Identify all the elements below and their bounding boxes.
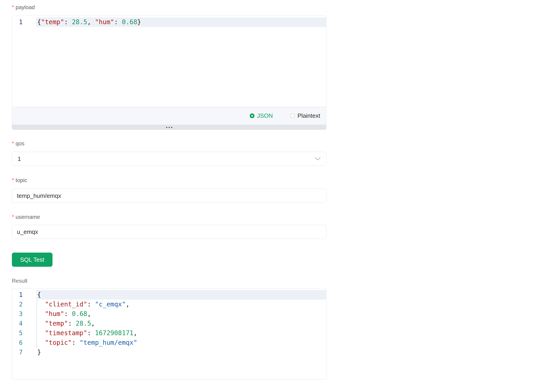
code-line: 4 "temp": 28.5, [12,319,326,328]
topic-input[interactable] [12,189,326,203]
code-line-text: "client_id": "c_emqx", [36,300,326,309]
payload-format-radio-group: JSONPlaintext [250,112,320,119]
required-marker: * [12,214,14,220]
payload-format-radio-plaintext[interactable]: Plaintext [290,112,320,119]
qos-label-text: qos [15,140,24,147]
line-number: 5 [12,328,36,338]
radio-label: Plaintext [297,112,320,119]
code-line-text: "topic": "temp_hum/emqx" [36,338,326,347]
code-line: 1{"temp": 28.5, "hum": 0.68} [12,17,326,27]
drag-dots-icon [169,127,170,128]
payload-label-text: payload [15,4,35,10]
code-line: 3 "hum": 0.68, [12,309,326,319]
payload-editor: 1{"temp": 28.5, "hum": 0.68} JSONPlainte… [12,15,326,125]
code-line: 6 "topic": "temp_hum/emqx" [12,338,326,347]
result-code-area: 1{2 "client_id": "c_emqx",3 "hum": 0.68,… [12,288,326,379]
code-line-text: "timestamp": 1672908171, [36,328,326,338]
code-line-text: { [36,290,326,300]
result-label-text: Result [12,277,27,284]
required-marker: * [12,4,14,10]
qos-select[interactable]: 1 [12,152,326,166]
payload-format-radio-json[interactable]: JSON [250,112,273,119]
code-line: 5 "timestamp": 1672908171, [12,328,326,338]
qos-label: * qos [12,140,326,147]
required-marker: * [12,140,14,147]
code-line-text: "temp": 28.5, [36,319,326,328]
radio-label: JSON [257,112,273,119]
payload-resize-handle[interactable] [12,125,326,130]
radio-unselected-icon [290,113,295,118]
result-label: Result [12,277,326,284]
username-label-text: username [15,214,40,220]
username-input[interactable] [12,225,326,239]
sql-test-button[interactable]: SQL Test [12,252,52,267]
indent-guide [37,300,37,347]
drag-dots-icon [171,127,172,128]
username-label: * username [12,214,326,220]
radio-selected-icon [250,113,254,118]
line-number: 2 [12,300,36,309]
code-line: 7} [12,347,326,357]
code-line: 2 "client_id": "c_emqx", [12,300,326,309]
code-line-text: "hum": 0.68, [36,309,326,319]
line-number: 7 [12,347,36,357]
topic-label-text: topic [15,177,27,183]
code-line-text: {"temp": 28.5, "hum": 0.68} [36,17,326,27]
sql-test-form: * payload 1{"temp": 28.5, "hum": 0.68} J… [12,4,326,379]
chevron-down-icon [315,157,321,161]
qos-selected-value: 1 [18,155,21,163]
payload-code-area[interactable]: 1{"temp": 28.5, "hum": 0.68} [12,15,326,107]
topic-label: * topic [12,177,326,183]
drag-dots-icon [166,127,167,128]
line-number: 3 [12,309,36,319]
page: * payload 1{"temp": 28.5, "hum": 0.68} J… [0,0,535,392]
line-number: 1 [12,17,36,27]
line-number: 4 [12,319,36,328]
line-number: 1 [12,290,36,300]
required-marker: * [12,177,14,183]
payload-label: * payload [12,4,326,10]
line-number: 6 [12,338,36,347]
code-line-text: } [36,347,326,357]
payload-format-toolbar: JSONPlaintext [12,107,326,125]
code-line: 1{ [12,290,326,300]
